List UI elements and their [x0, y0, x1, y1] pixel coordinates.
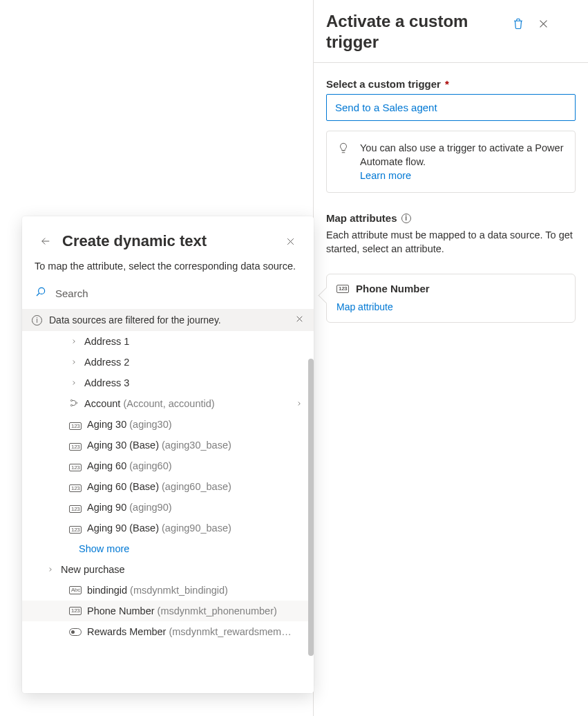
info-icon[interactable]: i: [401, 214, 411, 223]
number-type-icon: 123: [69, 526, 82, 534]
trigger-section: Select a custom trigger * Send to a Sale…: [314, 63, 588, 323]
show-more-link[interactable]: Show more: [22, 538, 314, 559]
text-type-icon: Abc: [69, 586, 82, 594]
tree-item-aging[interactable]: 123Aging 60 (Base) (aging60_base): [22, 476, 314, 497]
attribute-card[interactable]: 123 Phone Number Map attribute: [326, 274, 576, 323]
boolean-type-icon: [69, 628, 82, 636]
filter-bar: i Data sources are filtered for the jour…: [22, 309, 314, 331]
dynamic-text-popup: Create dynamic text To map the attribute…: [22, 216, 314, 693]
info-icon: i: [32, 315, 42, 326]
tree-item-account[interactable]: Account (Account, accountid): [22, 393, 314, 414]
number-type-icon: 123: [69, 443, 82, 451]
map-attribute-link[interactable]: Map attribute: [336, 301, 565, 312]
tree-item-address[interactable]: Address 1: [22, 331, 314, 352]
popup-close-button[interactable]: [279, 230, 301, 252]
svg-point-2: [70, 404, 72, 406]
delete-button[interactable]: [506, 11, 531, 36]
learn-more-link[interactable]: Learn more: [360, 170, 411, 181]
map-attributes-desc: Each attribute must be mapped to a data …: [326, 228, 576, 256]
svg-point-0: [39, 288, 45, 294]
popup-header: Create dynamic text: [22, 216, 314, 259]
tree-item-new-purchase[interactable]: New purchase: [22, 559, 314, 580]
popup-desc: To map the attribute, select the corresp…: [22, 259, 314, 283]
search-icon: [35, 285, 47, 301]
tree-item-aging[interactable]: 123Aging 90 (Base) (aging90_base): [22, 518, 314, 538]
number-type-icon: 123: [336, 285, 349, 293]
map-header-text: Map attributes: [326, 212, 397, 224]
tree-item-field[interactable]: Rewards Member (msdynmkt_rewardsmem…: [22, 621, 314, 642]
panel-header: Activate a custom trigger: [314, 0, 588, 63]
attribute-header: 123 Phone Number: [336, 283, 565, 294]
tree-item-aging[interactable]: 123Aging 60 (aging60): [22, 455, 314, 476]
number-type-icon: 123: [69, 464, 82, 471]
tree-item-address[interactable]: Address 3: [22, 373, 314, 393]
required-indicator: *: [445, 78, 449, 90]
trigger-select[interactable]: Send to a Sales agent: [326, 94, 576, 121]
close-icon: [538, 18, 549, 30]
svg-point-3: [75, 402, 77, 403]
tree-item-aging[interactable]: 123Aging 30 (Base) (aging30_base): [22, 435, 314, 455]
map-attributes-header: Map attributes i: [326, 212, 576, 224]
tree-item-address[interactable]: Address 2: [22, 352, 314, 373]
attribute-name: Phone Number: [356, 283, 430, 294]
tree-item-aging[interactable]: 123Aging 30 (aging30): [22, 414, 314, 435]
trash-icon: [512, 17, 524, 30]
popup-title: Create dynamic text: [62, 232, 279, 250]
trigger-label-text: Select a custom trigger: [326, 78, 441, 90]
arrow-left-icon: [39, 235, 52, 247]
close-icon: [285, 236, 296, 247]
number-type-icon: 123: [69, 607, 82, 615]
side-panel: Activate a custom trigger Select a custo…: [313, 0, 588, 716]
relation-icon: [69, 398, 79, 410]
tree-item-field[interactable]: 123Phone Number (msdynmkt_phonenumber): [22, 601, 314, 621]
search-row: [22, 283, 314, 309]
scrollbar-thumb[interactable]: [308, 359, 314, 656]
data-source-tree[interactable]: Address 1Address 2Address 3Account (Acco…: [22, 331, 314, 693]
tree-item-aging[interactable]: 123Aging 90 (aging90): [22, 497, 314, 518]
back-button[interactable]: [35, 230, 57, 252]
tree-item-field[interactable]: Abcbindingid (msdynmkt_bindingid): [22, 580, 314, 601]
svg-point-1: [70, 399, 72, 401]
trigger-field-label: Select a custom trigger *: [326, 78, 576, 90]
number-type-icon: 123: [69, 422, 82, 430]
lightbulb-icon: [336, 141, 350, 155]
dismiss-filter-button[interactable]: [295, 314, 304, 326]
number-type-icon: 123: [69, 505, 82, 513]
number-type-icon: 123: [69, 484, 82, 492]
filter-text: Data sources are filtered for the journe…: [49, 314, 221, 326]
panel-title: Activate a custom trigger: [326, 11, 506, 53]
close-panel-button[interactable]: [531, 11, 556, 36]
tip-text: You can also use a trigger to activate a…: [360, 142, 563, 167]
search-input[interactable]: [54, 287, 301, 300]
tip-box: You can also use a trigger to activate a…: [326, 131, 576, 193]
